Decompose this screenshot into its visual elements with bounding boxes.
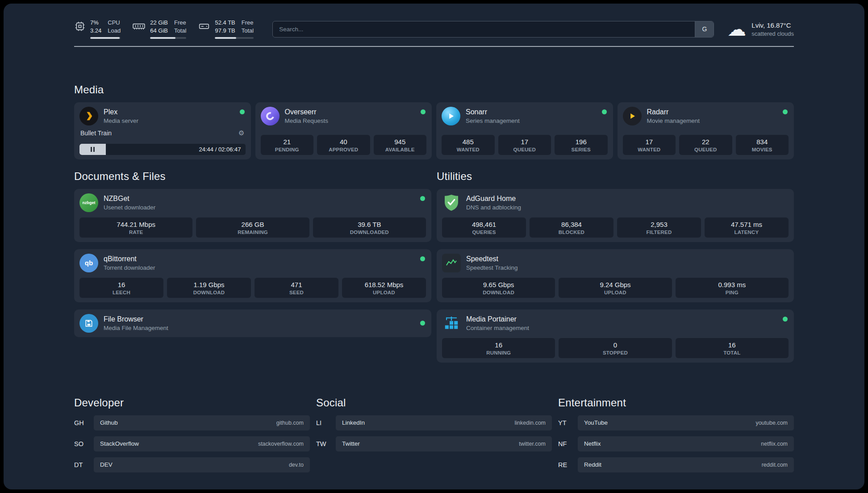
nzbget-card[interactable]: nzbget NZBGet Usenet downloader 744.21 M… <box>74 189 431 242</box>
bookmark-name: Netflix <box>584 440 601 447</box>
bookmark-name: Reddit <box>584 461 601 468</box>
stat-label: WANTED <box>443 147 493 152</box>
pause-button[interactable] <box>91 147 95 152</box>
bookmark-netflix[interactable]: NF Netflix netflix.com <box>558 436 794 451</box>
bookmark-name: Github <box>100 419 118 426</box>
stat-box: 945 AVAILABLE <box>374 135 427 155</box>
overseerr-card[interactable]: Overseerr Media Requests 21 PENDING 40 A… <box>255 102 432 159</box>
status-dot <box>421 109 426 114</box>
stat-box: 39.6 TB DOWNLOADED <box>313 217 426 238</box>
playback-progress-fill <box>79 144 106 155</box>
stat-value: 16 <box>677 341 787 349</box>
bookmark-reddit[interactable]: RE Reddit reddit.com <box>558 457 794 472</box>
filebrowser-card[interactable]: File Browser Media File Management <box>74 309 431 337</box>
stat-value: 744.21 Mbps <box>81 221 191 228</box>
stat-value: 17 <box>625 138 674 146</box>
disk-widget: 52.4 TB 97.9 TB Free Total <box>198 20 254 39</box>
bookmark-name: DEV <box>100 461 113 468</box>
stat-label: RUNNING <box>444 350 553 355</box>
bookmark-name: YouTube <box>584 419 608 426</box>
bookmark-youtube[interactable]: YT YouTube youtube.com <box>558 415 794 430</box>
bookmark-github[interactable]: GH Github github.com <box>74 415 310 430</box>
bookmark-abbr: NF <box>558 440 572 447</box>
bookmark-stackoverflow[interactable]: SO StackOverflow stackoverflow.com <box>74 436 310 451</box>
adguard-card[interactable]: AdGuard Home DNS and adblocking 498,461 … <box>437 189 794 242</box>
disk-free-value: 52.4 TB <box>215 20 235 26</box>
disk-icon <box>198 21 210 32</box>
qbittorrent-card[interactable]: qb qBittorrent Torrent downloader 16 LEE… <box>74 249 431 302</box>
stat-box: 471 SEED <box>255 278 338 298</box>
bookmark-linkedin[interactable]: LI LinkedIn linkedin.com <box>316 415 552 430</box>
stat-label: DOWNLOAD <box>444 290 553 295</box>
service-name: AdGuard Home <box>466 195 521 203</box>
gear-icon[interactable]: ⚙ <box>238 129 244 137</box>
status-dot <box>240 109 245 114</box>
portainer-crane-icon <box>442 314 461 333</box>
status-dot <box>420 321 425 326</box>
stat-label: PENDING <box>263 147 312 152</box>
memory-usage-bar <box>150 37 186 39</box>
stat-value: 22 <box>681 138 730 146</box>
filebrowser-icon <box>79 314 98 333</box>
stat-box: 17 QUEUED <box>498 135 551 155</box>
plex-card[interactable]: Plex Media server Bullet Train ⚙ 24:44 /… <box>74 102 251 159</box>
bookmark-url: netflix.com <box>761 441 788 447</box>
stat-value: 2,953 <box>619 221 699 228</box>
sonarr-card[interactable]: Sonarr Series management 485 WANTED 17 Q… <box>436 102 613 159</box>
service-name: qBittorrent <box>104 255 155 263</box>
stat-label: WANTED <box>625 147 674 152</box>
radarr-card[interactable]: Radarr Movie management 17 WANTED 22 QUE… <box>618 102 794 159</box>
service-name: File Browser <box>104 315 168 323</box>
plex-icon <box>79 107 98 125</box>
stat-value: 9.24 Gbps <box>560 281 670 288</box>
stat-value: 86,384 <box>531 221 612 228</box>
speedtest-card[interactable]: Speedtest Speedtest Tracking 9.65 Gbps D… <box>437 249 794 302</box>
bookmark-twitter[interactable]: TW Twitter twitter.com <box>316 436 552 451</box>
stat-label: BLOCKED <box>531 230 612 235</box>
service-desc: Torrent downloader <box>104 264 155 271</box>
stat-box: 16 LEECH <box>79 278 163 298</box>
memory-total-label: Total <box>174 28 186 34</box>
speedtest-graph-icon <box>442 254 461 272</box>
service-desc: Media Requests <box>285 117 329 124</box>
bookmark-dev[interactable]: DT DEV dev.to <box>74 457 310 472</box>
topbar: 7% 3.24 CPU Load 22 GiB <box>4 4 864 39</box>
playback-time: 24:44 / 02:06:47 <box>199 146 246 153</box>
section-title-utilities: Utilities <box>437 170 794 183</box>
weather-condition: scattered clouds <box>751 30 794 37</box>
stat-value: 834 <box>738 138 787 146</box>
bookmark-name: StackOverflow <box>100 440 139 447</box>
section-title-documents: Documents & Files <box>74 170 431 183</box>
stat-label: STOPPED <box>560 350 670 355</box>
bookmark-abbr: DT <box>74 461 88 468</box>
stat-box: 196 SERIES <box>555 135 608 155</box>
bookmark-url: stackoverflow.com <box>258 441 304 447</box>
stat-value: 21 <box>263 138 312 146</box>
disk-total-value: 97.9 TB <box>215 28 235 34</box>
memory-free-value: 22 GiB <box>150 20 168 26</box>
stat-label: SEED <box>256 290 337 295</box>
service-name: Media Portainer <box>466 315 529 323</box>
status-dot <box>602 109 607 114</box>
stat-label: DOWNLOADED <box>315 230 424 235</box>
stat-label: QUERIES <box>444 230 524 235</box>
stat-value: 9.65 Gbps <box>444 281 553 288</box>
bookmark-abbr: RE <box>558 461 572 468</box>
portainer-card[interactable]: Media Portainer Container management 16 … <box>437 309 794 363</box>
bookmark-abbr: TW <box>316 440 330 447</box>
memory-icon <box>132 21 146 32</box>
bookmark-name: Twitter <box>342 440 360 447</box>
playback-progress[interactable]: 24:44 / 02:06:47 <box>79 144 246 155</box>
cpu-load-label: Load <box>108 28 121 34</box>
cpu-widget: 7% 3.24 CPU Load <box>74 20 121 39</box>
search-provider-button[interactable]: G <box>695 21 714 37</box>
stat-label: APPROVED <box>319 147 368 152</box>
weather-location: Lviv, 16.87°C <box>751 21 794 29</box>
stat-label: QUEUED <box>500 147 550 152</box>
bookmark-abbr: YT <box>558 419 572 426</box>
now-playing-title: Bullet Train <box>80 130 112 137</box>
stat-label: PING <box>677 290 787 295</box>
stat-box: 266 GB REMAINING <box>196 217 309 238</box>
search-input[interactable] <box>272 21 714 38</box>
disk-usage-bar <box>215 37 254 39</box>
